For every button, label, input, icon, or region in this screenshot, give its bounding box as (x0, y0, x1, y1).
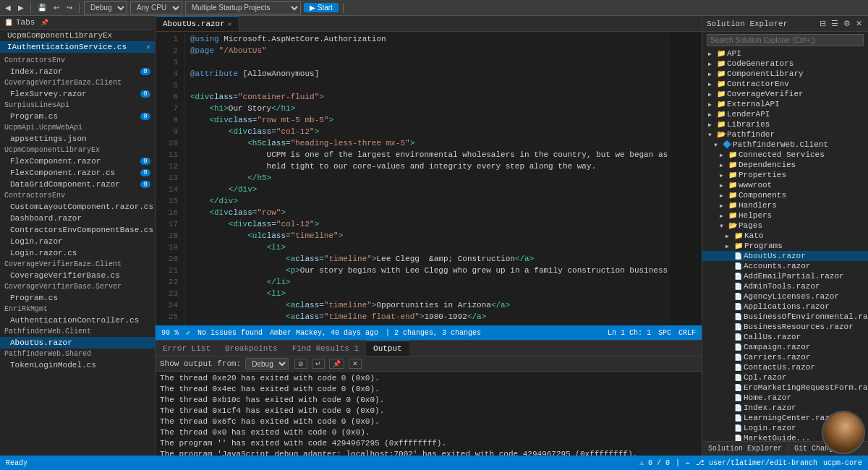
tree-item-libraries[interactable]: ▶ 📁 Libraries (702, 119, 868, 129)
tree-item-components[interactable]: ▶ 📁 Components (702, 190, 868, 200)
tree-item-externalapi[interactable]: ▶ 📁 ExternalAPI (702, 99, 868, 109)
folder-icon: 📁 (734, 231, 743, 240)
tab-breakpoints[interactable]: Breakpoints (218, 341, 285, 356)
tree-item-helpers[interactable]: ▶ 📁 Helpers (702, 210, 868, 221)
tree-item-lenderapi[interactable]: ▶ 📁 LenderAPI (702, 109, 868, 119)
file-item-ucpm-component[interactable]: UcpmComponentLibraryEx (0, 30, 155, 41)
file-item-flexcomponent-cs[interactable]: FlexComponent.razor.cs 0 (0, 167, 155, 179)
file-item-coverageverifierbase[interactable]: CoverageVerifierBase.cs (0, 270, 155, 281)
folder-icon: 📁 (734, 242, 743, 250)
tree-item-pathfinderweb-client[interactable]: ▼ 🔷 PathfinderWeb.Client (702, 140, 868, 150)
file-item-datagrid[interactable]: DataGridComponent.razor 0 (0, 179, 155, 190)
file-item-customlayout[interactable]: CustomLayoutComponent.razor.cs (0, 201, 155, 213)
tree-item-businessofenv[interactable]: 📄 BusinessOfEnvironmental.razor (702, 312, 868, 322)
tree-item-codegenerators[interactable]: ▶ 📁 CodeGenerators (702, 59, 868, 69)
tree-item-properties[interactable]: ▶ 📁 Properties (702, 170, 868, 180)
file-item-login-cs[interactable]: Login.razor.cs (0, 247, 155, 259)
code-line-14: </div> (184, 184, 670, 195)
cpu-dropdown[interactable]: Any CPU (130, 1, 182, 14)
file-item-login-razor[interactable]: Login.razor (0, 236, 155, 247)
tree-item-pages[interactable]: ▼ 📂 Pages (702, 221, 868, 231)
tree-item-agencylicenses[interactable]: 📄 AgencyLicenses.razor (702, 291, 868, 302)
tree-item-coverageverifier[interactable]: ▶ 📁 CoverageVerifier (702, 89, 868, 99)
status-errors[interactable]: ⚠ 0 / 0 (639, 458, 670, 467)
tree-label: ExternalAPI (727, 100, 780, 108)
tree-item-connected-services[interactable]: ▶ 📁 Connected Services (702, 150, 868, 160)
tree-item-cpl[interactable]: 📄 Cpl.razor (702, 372, 868, 383)
tree-item-wwwroot[interactable]: ▶ 📁 wwwroot (702, 180, 868, 190)
tree-item-contactus[interactable]: 📄 ContactUs.razor (702, 362, 868, 372)
sol-collapse-button[interactable]: ⊟ (818, 18, 827, 29)
file-item-appsettings[interactable]: appsettings.json (0, 133, 155, 145)
file-item-iauthentication[interactable]: IAuthenticationService.cs ✕ (0, 41, 155, 53)
tree-item-handlers[interactable]: ▶ 📁 Handlers (702, 200, 868, 210)
solution-explorer-icons: ⊟ ☰ ⚙ ✕ (818, 18, 864, 29)
file-item-flexcomponent-razor[interactable]: FlexComponent.razor 0 (0, 155, 155, 167)
folder-icon: 📂 (717, 130, 726, 139)
forward-button[interactable]: ▶ (16, 3, 26, 12)
status-branch[interactable]: ⎇ user/tlatimer/edit-branch (696, 458, 817, 467)
tab-find-results[interactable]: Find Results 1 (285, 341, 366, 356)
razor-file-icon: 📄 (734, 273, 742, 281)
back-button[interactable]: ◀ (3, 3, 13, 12)
tree-item-aboutus-razor[interactable]: 📄 AboutUs.razor (702, 251, 868, 261)
file-close-icon[interactable]: ✕ (146, 43, 150, 51)
tab-solution-explorer[interactable]: Solution Explorer (702, 443, 788, 454)
tab-error-list[interactable]: Error List (156, 341, 218, 356)
code-line-21: <p>Our story begins with Lee Clegg who g… (184, 265, 670, 276)
redo-button[interactable]: ↪ (64, 3, 75, 12)
tree-label: Dependencies (739, 161, 796, 169)
output-content[interactable]: The thread 0xe20 has exited with code 0 … (156, 372, 702, 456)
tree-item-kato[interactable]: ▶ 📁 Kato (702, 231, 868, 241)
undo-button[interactable]: ↩ (51, 3, 61, 12)
sol-close-button[interactable]: ✕ (854, 18, 864, 29)
tree-item-accounts-razor[interactable]: 📄 Accounts.razor (702, 261, 868, 271)
tree-item-addemailpartial[interactable]: 📄 AddEmailPartial.razor (702, 271, 868, 281)
output-pin-button[interactable]: 📌 (329, 359, 344, 369)
tree-item-applications[interactable]: 📄 Applications.razor (702, 302, 868, 312)
save-button[interactable]: 💾 (35, 3, 48, 12)
tree-item-eromarketing[interactable]: 📄 EroMarketingRequestForm.razor (702, 383, 868, 393)
file-item-flexsurvey[interactable]: FlexSurvey.razor 0 (0, 88, 155, 100)
tree-item-carriers[interactable]: 📄 Carriers.razor (702, 352, 868, 362)
razor-file-icon: 📄 (734, 394, 742, 402)
tree-item-admintools[interactable]: 📄 AdminTools.razor (702, 281, 868, 291)
sol-settings-button[interactable]: ⚙ (842, 18, 852, 29)
output-clear-button[interactable]: ⊘ (294, 359, 307, 369)
code-editor[interactable]: @using Microsoft.AspNetCore.Authorizatio… (184, 32, 670, 325)
start-button[interactable]: ▶ Start (304, 3, 339, 12)
tree-item-businessresources[interactable]: 📄 BusinessResources.razor (702, 322, 868, 332)
file-item-index-razor[interactable]: Index.razor 0 (0, 66, 155, 77)
solution-search-input[interactable] (707, 34, 864, 46)
startup-project-dropdown[interactable]: Multiple Startup Projects (185, 1, 301, 14)
output-wrap-button[interactable]: ↵ (312, 359, 325, 369)
sol-filter-button[interactable]: ☰ (830, 18, 840, 29)
tabs-pin-icon[interactable]: 📌 (41, 19, 48, 27)
tree-item-api[interactable]: ▶ 📁 API (702, 48, 868, 59)
file-item-program-cs[interactable]: Program.cs 0 (0, 111, 155, 122)
file-item-authcontroller[interactable]: AuthenticationController.cs (0, 315, 155, 326)
tree-item-dependencies[interactable]: ▶ 📁 Dependencies (702, 160, 868, 170)
debug-config-dropdown[interactable]: Debug (84, 1, 127, 14)
file-item-contractorsbase[interactable]: ContractorsEnvComponentBase.cs (0, 224, 155, 236)
tree-item-programs[interactable]: ▶ 📁 Programs (702, 241, 868, 251)
tree-item-home[interactable]: 📄 Home.razor (702, 393, 868, 403)
file-item-dashboard[interactable]: Dashboard.razor (0, 213, 155, 224)
file-item-program-cs2[interactable]: Program.cs (0, 292, 155, 304)
tree-item-pathfinder[interactable]: ▼ 📂 Pathfinder (702, 129, 868, 140)
file-item-tokenlogin[interactable]: TokenLoginModel.cs (0, 359, 155, 371)
code-line-24: <a class="timeline">Opportunities in Ari… (184, 299, 670, 311)
tree-item-contractorenv[interactable]: ▶ 📁 ContractorEnv (702, 79, 868, 89)
output-close-button[interactable]: ✕ (349, 359, 362, 369)
tab-output[interactable]: Output (366, 341, 409, 356)
output-source-dropdown[interactable]: Debug (245, 358, 289, 369)
tree-arrow (726, 385, 733, 391)
tree-item-componentlibrary[interactable]: ▶ 📁 ComponentLibrary (702, 69, 868, 79)
editor-tab-aboutus[interactable]: AboutUs.razor ✕ (156, 16, 239, 31)
tree-item-callus[interactable]: 📄 CallUs.razor (702, 332, 868, 342)
tab-close-icon[interactable]: ✕ (228, 20, 231, 28)
tree-arrow: ▶ (708, 51, 715, 57)
output-line: The thread 0xb10c has exited with code 0… (160, 395, 697, 406)
tree-item-campaign[interactable]: 📄 Campaign.razor (702, 342, 868, 352)
file-item-aboutus[interactable]: AboutUs.razor (0, 337, 155, 349)
